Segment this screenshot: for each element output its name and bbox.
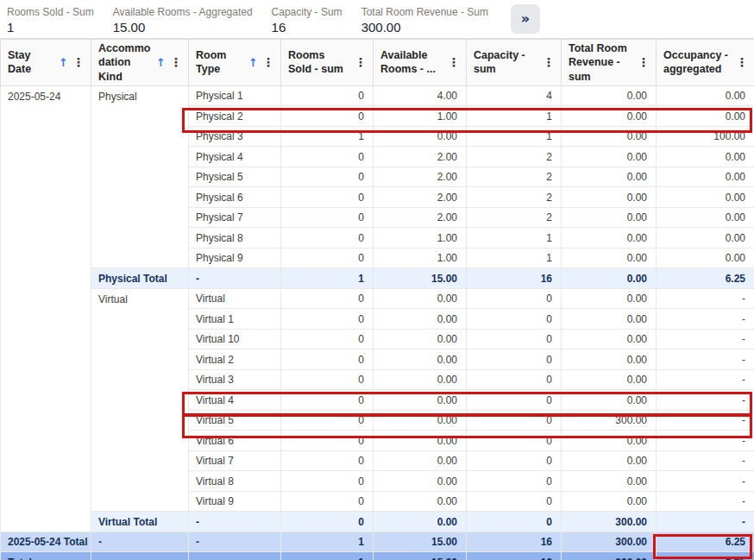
cell: Physical 5 — [189, 167, 281, 187]
cell: 0.00 — [374, 369, 467, 390]
cell: Virtual 7 — [189, 450, 281, 471]
column-header-room-type[interactable]: Room Type↑⋮ — [189, 40, 281, 86]
grandtotal-row: Total--115.0016300.006.25 — [1, 552, 754, 560]
sort-asc-icon: ↑ — [156, 56, 166, 69]
column-header-occupancy-aggregated[interactable]: Occupancy - aggregated⋮ — [657, 40, 754, 86]
cell: 6.25 — [657, 532, 754, 552]
summary-item-available-rooms: Available Rooms - Aggregated 15.00 — [113, 6, 253, 38]
cell: 1 — [467, 106, 562, 127]
cell: 0 — [281, 288, 374, 309]
cell: Physical 4 — [189, 147, 281, 167]
cell: 2 — [467, 147, 562, 167]
cell: 1 — [281, 532, 374, 552]
cell: 0.00 — [562, 471, 657, 492]
cell: 0.00 — [657, 207, 754, 228]
column-header-rooms-sold-sum[interactable]: Rooms Sold - sum⋮ — [281, 40, 374, 86]
cell: 300.00 — [562, 410, 657, 431]
column-header-label: Accommodation Kind — [98, 41, 154, 84]
column-header-label: Room Type — [196, 48, 246, 77]
cell: 1 — [467, 228, 562, 249]
column-menu-icon[interactable]: ⋮ — [71, 55, 86, 69]
cell: 300.00 — [562, 552, 657, 560]
header-row: Stay Date↑⋮Accommodation Kind↑⋮Room Type… — [1, 40, 754, 86]
cell: Virtual 6 — [189, 431, 281, 451]
column-menu-icon[interactable]: ⋮ — [446, 55, 462, 69]
column-header-capacity-sum[interactable]: Capacity - sum⋮ — [467, 40, 562, 86]
cell: 0.00 — [374, 450, 467, 471]
cell: 300.00 — [562, 532, 657, 552]
cell: 1 — [281, 552, 374, 560]
cell: 0.00 — [562, 85, 657, 106]
cell: 0 — [281, 512, 374, 532]
cell: 2 — [467, 187, 562, 208]
cell: 0.00 — [562, 207, 657, 228]
cell: 0.00 — [374, 410, 467, 431]
cell: 0 — [467, 512, 562, 532]
cell: 0 — [467, 309, 562, 330]
cell: 0 — [281, 147, 374, 167]
cell: 2.00 — [374, 147, 467, 167]
cell: 0.00 — [562, 187, 657, 208]
cell: 1.00 — [374, 106, 467, 127]
report-view: Rooms Sold - Sum 1 Available Rooms - Agg… — [0, 0, 754, 560]
column-header-label: Total Room Revenue - sum — [569, 41, 633, 84]
cell: Virtual Total — [91, 512, 189, 532]
cell: 15.00 — [374, 532, 467, 552]
cell: Physical 3 — [189, 126, 281, 147]
cell: 0.00 — [657, 248, 754, 268]
pivot-table: Stay Date↑⋮Accommodation Kind↑⋮Room Type… — [0, 39, 754, 560]
cell: 1 — [281, 268, 374, 289]
cell: - — [189, 552, 281, 560]
cell: 0 — [467, 349, 562, 370]
cell: Total — [1, 552, 91, 560]
column-header-total-room-revenue-sum[interactable]: Total Room Revenue - sum⋮ — [562, 40, 657, 86]
cell: 6.25 — [657, 268, 754, 289]
column-header-accommodation-kind[interactable]: Accommodation Kind↑⋮ — [91, 40, 189, 86]
cell: 0.00 — [374, 329, 467, 349]
cell: 1 — [281, 126, 374, 147]
cell: 0.00 — [562, 167, 657, 187]
column-header-available-rooms[interactable]: Available Rooms - ...⋮ — [374, 40, 467, 86]
cell: - — [657, 471, 754, 492]
cell: 15.00 — [374, 268, 467, 289]
cell: 0 — [281, 471, 374, 492]
cell: 0 — [281, 491, 374, 512]
column-menu-icon[interactable]: ⋮ — [636, 55, 651, 69]
cell: 0 — [281, 349, 374, 370]
cell: 0.00 — [657, 147, 754, 167]
column-header-stay-date[interactable]: Stay Date↑⋮ — [1, 40, 91, 86]
cell: 0 — [467, 491, 562, 512]
cell: 0 — [281, 329, 374, 349]
cell: - — [657, 512, 754, 532]
cell: 16 — [467, 268, 562, 289]
column-menu-icon[interactable]: ⋮ — [353, 55, 368, 69]
cell: 0.00 — [562, 309, 657, 330]
cell: 2025-05-24 — [1, 85, 91, 532]
cell: Physical 9 — [189, 248, 281, 268]
cell: - — [657, 450, 754, 471]
cell: 0.00 — [562, 450, 657, 471]
cell: 15.00 — [374, 552, 467, 560]
column-menu-icon[interactable]: ⋮ — [168, 55, 184, 69]
column-menu-icon[interactable]: ⋮ — [261, 55, 276, 69]
cell: 0.00 — [374, 431, 467, 451]
cell: Virtual 2 — [189, 349, 281, 370]
sort-asc-icon: ↑ — [248, 56, 258, 69]
summary-bar: Rooms Sold - Sum 1 Available Rooms - Agg… — [0, 0, 754, 39]
cell: 0.00 — [374, 309, 467, 330]
cell: 0 — [281, 85, 374, 106]
column-header-label: Stay Date — [8, 48, 56, 77]
cell: 0 — [281, 228, 374, 249]
cell: 0.00 — [374, 288, 467, 309]
cell: 0.00 — [374, 471, 467, 492]
cell: 0 — [467, 431, 562, 451]
cell: - — [657, 431, 754, 451]
cell: - — [657, 329, 754, 349]
cell: 16 — [467, 552, 562, 560]
cell: - — [657, 288, 754, 309]
column-menu-icon[interactable]: ⋮ — [734, 55, 750, 69]
column-menu-icon[interactable]: ⋮ — [541, 55, 556, 69]
summary-value: 15.00 — [113, 20, 253, 35]
cell: Physical 2 — [189, 106, 281, 127]
expand-columns-button[interactable]: » — [511, 4, 540, 34]
